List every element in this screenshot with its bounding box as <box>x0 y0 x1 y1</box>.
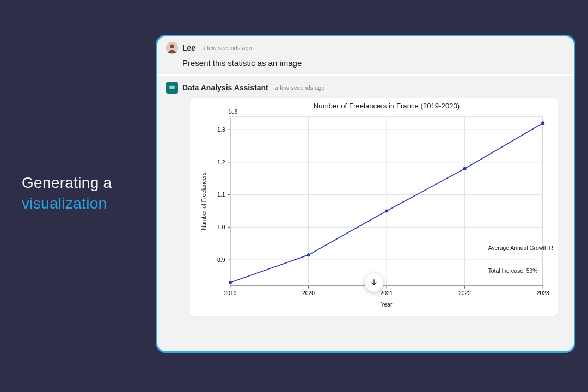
svg-point-1 <box>170 45 174 48</box>
y-multiplier-label: 1e6 <box>228 109 238 115</box>
timestamp: a few seconds ago <box>275 84 325 91</box>
timestamp: a few seconds ago <box>202 45 252 51</box>
y-axis-label: Number of Freelancers <box>201 173 207 230</box>
data-point <box>463 167 467 170</box>
chart-title: Number of Freelancers in France (2019-20… <box>314 102 460 110</box>
hero-text: Generating a visualization <box>22 174 112 212</box>
chart-annotation: Average Annual Growth Rate: 12.3% <box>488 245 553 251</box>
data-point <box>307 253 310 256</box>
x-tick-label: 2021 <box>381 290 393 296</box>
data-point <box>385 209 388 212</box>
chart-card: Number of Freelancers in France (2019-20… <box>190 98 558 316</box>
assistant-message: Data Analysis Assistant a few seconds ag… <box>157 76 574 316</box>
x-tick-label: 2020 <box>302 290 315 296</box>
scroll-down-button[interactable] <box>365 273 383 292</box>
svg-rect-4 <box>168 89 175 90</box>
x-tick-label: 2022 <box>458 290 471 296</box>
message-header: Data Analysis Assistant a few seconds ag… <box>166 82 565 94</box>
y-tick-label: 1.0 <box>217 224 225 230</box>
arrow-down-icon <box>370 278 378 287</box>
y-tick-label: 0.9 <box>217 257 225 263</box>
y-tick-label: 1.1 <box>217 192 225 198</box>
message-body: Present this statistic as an image <box>182 58 565 68</box>
hero-line-2: visualization <box>22 195 112 212</box>
x-tick-label: 2019 <box>224 290 236 296</box>
chart-annotation: Total Increase: 59% <box>488 268 538 274</box>
sender-name: Data Analysis Assistant <box>182 83 268 92</box>
y-tick-label: 1.3 <box>217 127 225 133</box>
data-point <box>541 121 544 125</box>
x-tick-label: 2023 <box>537 290 549 296</box>
user-avatar-icon <box>166 42 178 54</box>
sender-name: Lee <box>182 44 195 52</box>
chat-panel: Lee a few seconds ago Present this stati… <box>156 35 575 353</box>
data-point <box>229 281 232 284</box>
assistant-avatar-icon <box>166 82 178 94</box>
y-tick-label: 1.2 <box>217 160 225 166</box>
x-axis-label: Year <box>381 302 393 308</box>
svg-rect-3 <box>169 86 174 89</box>
user-message: Lee a few seconds ago Present this stati… <box>157 36 574 74</box>
message-header: Lee a few seconds ago <box>166 42 565 54</box>
hero-line-1: Generating a <box>22 174 112 192</box>
